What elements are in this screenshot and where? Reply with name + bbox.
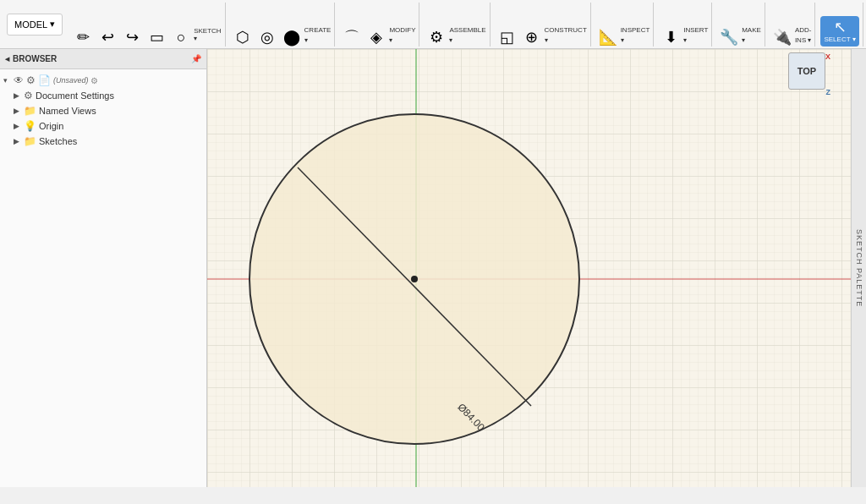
revolve-button[interactable]: ◎ [255, 28, 279, 47]
construct-group: ◱ ⊕ CONSTRUCT ▾ [492, 3, 591, 47]
circle-icon: ○ [177, 30, 186, 45]
rect-icon: ▭ [150, 30, 164, 45]
tree-views-folder-icon: 📁 [24, 105, 36, 117]
select-label: SELECT ▾ [824, 36, 855, 43]
tree-root-gear-icon: ⚙ [26, 74, 36, 86]
chamfer-button[interactable]: ◈ [364, 28, 388, 47]
select-button[interactable]: ↖ SELECT ▾ [820, 16, 858, 47]
tree-doc-settings-item[interactable]: ▶ ⚙ Document Settings [0, 88, 206, 103]
tree-views-arrow: ▶ [14, 107, 24, 115]
tree-sketches-folder-icon: 📁 [24, 135, 36, 147]
addins-icon: 🔌 [773, 30, 792, 45]
undo-button[interactable]: ↩ [96, 28, 119, 47]
tree-sketches-arrow: ▶ [14, 137, 24, 145]
select-cursor-icon: ↖ [834, 19, 847, 35]
select-group: ↖ SELECT ▾ [817, 3, 863, 47]
browser-title: ◂ BROWSER [5, 54, 57, 63]
construct-axis-button[interactable]: ⊕ [520, 28, 544, 47]
assemble-icon: ⚙ [430, 30, 443, 45]
tree-origin-item[interactable]: ▶ 💡 Origin [0, 118, 206, 134]
make-icon: 🔧 [720, 30, 738, 45]
insert-label: INSERT ▾ [683, 26, 708, 44]
tree-root-arrow: ▾ [3, 76, 14, 85]
tree-doc-gear-icon: ⚙ [24, 90, 33, 101]
fillet-icon: ⌒ [344, 30, 359, 45]
addins-group: 🔌 ADD-INS ▾ [767, 3, 816, 47]
tree-views-label: Named Views [39, 106, 96, 116]
sketch-group: ✏ ↩ ↪ ▭ ○ CREATE SKETCH ▾ [68, 3, 225, 47]
model-mode-button[interactable]: MODEL ▾ [7, 14, 63, 36]
cube-z-label: Z [826, 88, 831, 96]
tree-doc-arrow: ▶ [14, 91, 24, 100]
insert-group: ⬇ INSERT ▾ [655, 3, 712, 47]
cube-x-label: X [825, 52, 830, 61]
browser-left-arrow-icon: ◂ [5, 54, 9, 63]
browser-pin-button[interactable]: 📌 [191, 54, 201, 63]
sketch-group-label: SKETCH ▾ [194, 27, 221, 44]
create-group: ⬡ ◎ ⬤ CREATE ▾ [227, 3, 336, 47]
construct-plane-button[interactable]: ◱ [496, 28, 519, 47]
make-group: 🔧 MAKE ▾ [714, 3, 765, 47]
tree-sketches-item[interactable]: ▶ 📁 Sketches [0, 134, 206, 149]
modify-label: MODIFY ▾ [389, 26, 415, 44]
cube-face-label: TOP [797, 66, 816, 76]
browser-panel: ◂ BROWSER 📌 ▾ 👁 ⚙ 📄 (Unsaved) ⚙ ▶ ⚙ Docu… [0, 49, 207, 487]
make-label: MAKE ▾ [742, 26, 761, 44]
modify-group: ⌒ ◈ MODIFY ▾ [337, 3, 419, 47]
tree-named-views-item[interactable]: ▶ 📁 Named Views [0, 103, 206, 118]
construct-plane-icon: ◱ [500, 30, 514, 45]
main-toolbar: MODEL ▾ ✏ ↩ ↪ ▭ ○ CREATE SKETCH ▾ ⬡ ◎ [0, 0, 866, 49]
sketch-canvas: Ø84.00 [207, 49, 851, 487]
inspect-group: 📐 INSPECT ▾ [593, 3, 655, 47]
sketch-circle-button[interactable]: ○ [169, 28, 193, 47]
center-point [411, 276, 418, 282]
tree-sketches-label: Sketches [39, 136, 77, 146]
main-area: ◂ BROWSER 📌 ▾ 👁 ⚙ 📄 (Unsaved) ⚙ ▶ ⚙ Docu… [0, 49, 866, 487]
construct-label: CONSTRUCT ▾ [545, 26, 587, 44]
tree-root-settings-icon: ⚙ [90, 76, 98, 85]
create-label: CREATE ▾ [304, 26, 332, 44]
tree-root-label: (Unsaved) [53, 76, 89, 85]
addins-button[interactable]: 🔌 [770, 28, 794, 47]
tree-doc-label: Document Settings [36, 90, 114, 101]
browser-tree: ▾ 👁 ⚙ 📄 (Unsaved) ⚙ ▶ ⚙ Document Setting… [0, 69, 206, 487]
sketch-rect-button[interactable]: ▭ [145, 28, 168, 47]
hole-button[interactable]: ⬤ [280, 28, 304, 47]
canvas-area[interactable]: Ø84.00 X TOP Z [207, 49, 851, 487]
tree-origin-label: Origin [39, 121, 63, 131]
assemble-button[interactable]: ⚙ [425, 28, 448, 47]
chamfer-icon: ◈ [370, 30, 382, 45]
addins-label: ADD-INS ▾ [795, 26, 812, 44]
extrude-button[interactable]: ⬡ [231, 28, 255, 47]
insert-button[interactable]: ⬇ [659, 28, 682, 47]
view-cube: X TOP Z [788, 52, 830, 103]
construct-axis-icon: ⊕ [525, 30, 538, 45]
measure-button[interactable]: 📐 [596, 28, 620, 47]
tree-root-item[interactable]: ▾ 👁 ⚙ 📄 (Unsaved) ⚙ [0, 73, 206, 88]
sketch-palette-panel[interactable]: SKETCH PALETTE [851, 49, 866, 487]
cube-top-face[interactable]: TOP [788, 52, 825, 90]
sketch-palette-label: SKETCH PALETTE [855, 229, 863, 307]
inspect-label: INSPECT ▾ [621, 26, 650, 44]
revolve-icon: ◎ [260, 30, 274, 45]
sketch-draw-button[interactable]: ✏ [71, 28, 95, 47]
model-label: MODEL [14, 19, 47, 30]
tree-origin-eye-icon: 💡 [24, 120, 36, 132]
undo-icon: ↩ [101, 30, 114, 45]
browser-header: ◂ BROWSER 📌 [0, 49, 206, 69]
tree-root-doc-icon: 📄 [38, 74, 51, 86]
measure-icon: 📐 [599, 30, 617, 45]
tree-origin-arrow: ▶ [14, 122, 24, 130]
redo-button[interactable]: ↪ [120, 28, 144, 47]
tree-root-eye-icon: 👁 [14, 74, 24, 86]
redo-icon: ↪ [126, 30, 139, 45]
model-arrow: ▾ [50, 19, 55, 30]
insert-icon: ⬇ [665, 30, 677, 45]
assemble-label: ASSEMBLE ▾ [449, 26, 485, 44]
assemble-group: ⚙ ASSEMBLE ▾ [421, 3, 490, 47]
fillet-button[interactable]: ⌒ [340, 28, 364, 47]
sketch-pencil-icon: ✏ [77, 30, 90, 45]
browser-title-text: BROWSER [13, 54, 57, 63]
browser-controls: 📌 [191, 54, 201, 63]
make-button[interactable]: 🔧 [717, 28, 741, 47]
